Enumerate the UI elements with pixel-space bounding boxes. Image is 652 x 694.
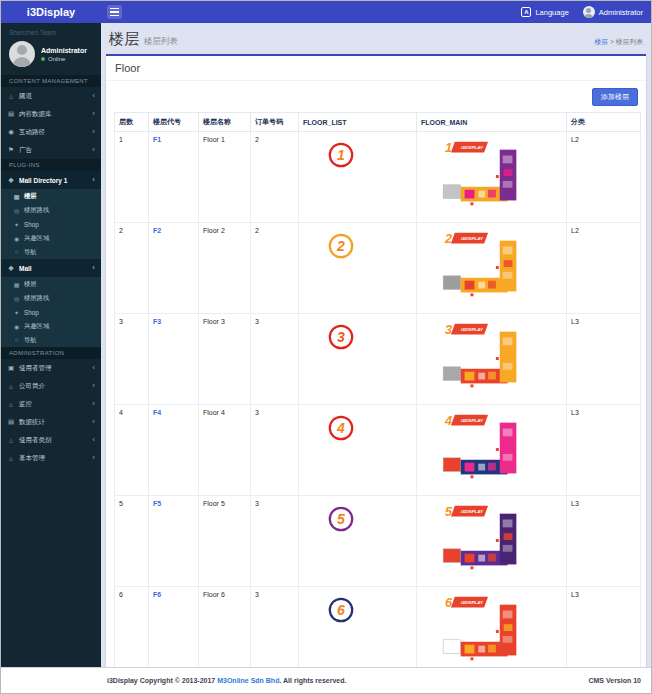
floor-code-link[interactable]: F1 [153,136,161,143]
chevron-left-icon: ‹ [92,92,95,100]
table-row: 6 F6 Floor 6 3 6 [115,587,641,668]
section-content-management: CONTENT MANAGEMENT [1,75,101,87]
chevron-left-icon: ‹ [92,454,95,462]
cell-category: L3 [567,587,641,668]
svg-text:4: 4 [336,420,345,436]
cell-category: L3 [567,496,641,587]
sidebar-item-monitoring[interactable]: ⌂监控‹ [1,395,101,413]
svg-text:3: 3 [337,329,345,345]
cell-category: L3 [567,314,641,405]
floor-list-thumbnail: 5 [327,505,355,533]
cell-order: 3 [251,314,299,405]
sidebar-item-company-profile[interactable]: ⌂公司简介‹ [1,377,101,395]
chevron-left-icon: ‹ [92,364,95,372]
cell-category: L2 [567,132,641,223]
sidebar-subitem-shop[interactable]: ✦Shop [1,305,101,319]
m3online-link[interactable]: M3Online Sdn Bhd [217,677,279,684]
floor-code-link[interactable]: F4 [153,409,161,416]
col-order-number: 订单号码 [251,113,299,132]
topbar-right: A Language Administrator [521,6,643,18]
gear-icon: ⌂ [7,455,15,462]
cell-order: 3 [251,496,299,587]
floor-code-link[interactable]: F3 [153,318,161,325]
panel-title: Floor [106,56,646,81]
svg-text:3: 3 [445,323,452,337]
cell-category: L2 [567,223,641,314]
sidebar-subitem-shop[interactable]: ✦Shop [1,217,101,231]
cart-icon: ✦ [13,221,20,228]
col-floor-name: 楼层名称 [199,113,251,132]
svg-text:6: 6 [337,602,345,618]
team-name: Shenzhen Team [1,23,101,38]
cell-floor-name: Floor 3 [199,314,251,405]
sidebar-subitem-navigation[interactable]: ○导航 [1,245,101,259]
col-floor-main: FLOOR_MAIN [417,113,567,132]
cell-seq: 4 [115,405,149,496]
sidebar-item-user-management[interactable]: ▣使用者管理‹ [1,359,101,377]
floor-code-link[interactable]: F5 [153,500,161,507]
sidebar-item-user-category[interactable]: ⌂使用者类别‹ [1,431,101,449]
chevron-left-icon: ‹ [92,110,95,118]
floor-main-thumbnail: 3 i3DISPLAY [431,318,549,400]
sidebar-subitem-floor[interactable]: ▦楼层 [1,277,101,291]
cell-order: 3 [251,405,299,496]
cell-floor-name: Floor 2 [199,223,251,314]
compass-icon: ○ [13,249,20,255]
floor-main-thumbnail: 6 i3DISPLAY [431,591,549,667]
svg-text:i3DISPLAY: i3DISPLAY [461,236,484,241]
floor-main-thumbnail: 1 i3DISPLAY [431,136,549,218]
user-avatar-icon [583,6,595,18]
topbar-main: A Language Administrator [101,1,651,23]
table-row: 3 F3 Floor 3 3 3 [115,314,641,405]
cell-floor-name: Floor 4 [199,405,251,496]
add-floor-button[interactable]: 添加楼层 [592,88,638,106]
breadcrumb-separator: > [610,38,614,45]
svg-text:i3DISPLAY: i3DISPLAY [461,418,484,423]
chevron-left-icon: ‹ [92,436,95,444]
svg-text:5: 5 [337,511,345,527]
sidebar-subitem-poi[interactable]: ◉兴趣区域 [1,231,101,245]
sidebar-subitem-poi[interactable]: ◉兴趣区域 [1,319,101,333]
svg-text:6: 6 [445,596,453,610]
svg-text:5: 5 [445,505,453,519]
table-row: 5 F5 Floor 5 3 5 [115,496,641,587]
sidebar-item-content-database[interactable]: ▤内容数据库‹ [1,105,101,123]
sidebar-subitem-navigation[interactable]: ○导航 [1,333,101,347]
sidebar-item-interactive-path[interactable]: ◉互动路径‹ [1,123,101,141]
sidebar-item-mall[interactable]: ◈Mall‹ [1,259,101,277]
user-menu-label: Administrator [599,8,643,17]
col-floor-code: 楼层代号 [149,113,199,132]
svg-text:2: 2 [336,238,345,254]
cell-seq: 3 [115,314,149,405]
section-administration: ADMINISTRATION [1,347,101,359]
cell-order: 3 [251,587,299,668]
sidebar-item-mall-directory-1[interactable]: ◈Mall Directory 1‹ [1,171,101,189]
sidebar-subitem-floor[interactable]: ▦楼层 [1,189,101,203]
floors-table: 层数 楼层代号 楼层名称 订单号码 FLOOR_LIST FLOOR_MAIN … [114,112,641,667]
cell-seq: 5 [115,496,149,587]
sidebar-toggle-icon[interactable] [107,5,122,19]
pin-icon: ◉ [13,323,20,330]
floor-main-thumbnail: 4 i3DISPLAY [431,409,549,491]
brand-logo[interactable]: i3Display [1,1,101,23]
sidebar-item-basic-management[interactable]: ⌂基本管理‹ [1,449,101,467]
sidebar-subitem-floor-route[interactable]: ◎楼层路线 [1,291,101,305]
breadcrumb-home[interactable]: 楼层 [594,38,608,45]
svg-text:2: 2 [444,232,452,246]
home-icon: ⌂ [7,93,15,100]
svg-text:1: 1 [445,141,452,155]
sidebar-item-advertising[interactable]: ⚑广告‹ [1,141,101,159]
user-menu[interactable]: Administrator [583,6,643,18]
floor-code-link[interactable]: F6 [153,591,161,598]
sidebar-subitem-floor-route[interactable]: ◎楼层路线 [1,203,101,217]
monitor-icon: ⌂ [7,401,15,408]
sidebar-item-channels[interactable]: ⌂频道‹ [1,87,101,105]
cell-seq: 6 [115,587,149,668]
sidebar-user-status: Online [41,56,87,62]
language-menu[interactable]: A Language [521,7,568,17]
col-category: 分类 [567,113,641,132]
chevron-left-icon: ‹ [92,264,95,272]
floor-panel: Floor 添加楼层 层数 楼层代号 楼层名称 订单号码 FLOOR_LIST [106,54,646,667]
sidebar-item-statistics[interactable]: ▤数据统计‹ [1,413,101,431]
floor-code-link[interactable]: F2 [153,227,161,234]
